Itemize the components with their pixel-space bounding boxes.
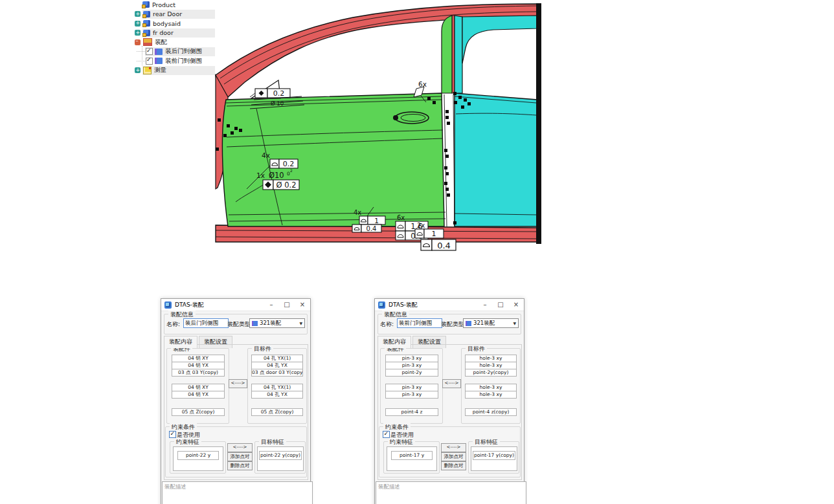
close-button[interactable]: × [295,299,310,311]
name-label: 名称: [380,320,394,329]
list-item[interactable]: pin-3 xy [385,391,438,399]
callout-qty: 1x [256,171,265,179]
list-item[interactable]: point-2y [385,369,438,377]
tree-item-label: 装前门到侧围 [165,57,202,65]
tree-item-label: 测量 [154,66,166,74]
list-item[interactable]: 05 点 Z(copy) [172,408,225,416]
callout-qty: 4x [262,151,270,159]
maximize-button[interactable]: □ [493,299,508,311]
dialog-title: DTAS-装配 [175,301,264,309]
tree-item-rear-door[interactable]: rear Door [133,10,215,19]
tree-item-label: Product [152,1,175,8]
callout-qty: 6x [397,214,405,221]
tree-item-assembly[interactable]: 装配 [133,38,215,47]
constraint-feature-group: 约束特征 point-22 y [170,441,226,474]
tree-item-label: 装配 [155,38,167,47]
expand-icon[interactable] [135,67,141,73]
assembly-content-panel: 装配件 04 销 XY 04 销 YX 03 点 03 Y(copy) 04 销… [164,344,308,480]
list-item[interactable]: 03 点 door 03 Y(copy) [251,369,303,377]
constraint-feature-list[interactable]: point-22 y [173,446,223,471]
assembly-checkbox[interactable] [146,58,153,65]
assembly-name-input[interactable]: 装后门到侧围 [183,318,229,328]
tree-item-measure[interactable]: 测量 [133,66,215,76]
list-item[interactable]: 04 孔 YX [251,391,303,399]
maximize-button[interactable]: □ [279,299,295,311]
tab-assembly-content[interactable]: 装配内容 [164,336,197,348]
assembly-type-select[interactable]: 321装配 ▼ [463,318,519,328]
assembly-icon [143,38,152,46]
assembly-description-input[interactable]: 装配描述 [162,481,313,504]
minimize-button[interactable]: – [264,299,279,311]
callout-top-value: 0.2 [273,89,285,98]
collapse-icon[interactable] [135,39,141,45]
assembly-checkbox[interactable] [146,48,153,55]
minimize-button[interactable]: – [477,299,493,311]
assembly-content-panel: 装配件 pin-3 xy pin-3 xy point-2y pin-3 xy … [378,344,522,480]
list-item[interactable]: 03 点 03 Y(copy) [172,369,225,377]
part-icon [143,30,150,36]
callout-row1: 1 [432,230,436,238]
assembly-type-select[interactable]: 321装配 ▼ [249,318,305,328]
target-feature-list[interactable]: point-17 y(copy) [471,446,517,471]
list-item[interactable]: point-4 z(copy) [465,408,517,416]
assembly-name-input[interactable]: 装前门到侧围 [397,318,442,328]
tree-item-bodysaid[interactable]: bodysaid [133,19,215,28]
list-item[interactable]: point-2y(copy) [465,369,517,377]
constraint-feature-item[interactable]: point-22 y [177,451,219,460]
expand-icon[interactable] [135,11,141,17]
assembly-type-value: 321装配 [260,320,299,327]
close-button[interactable]: × [508,299,524,311]
dialog-titlebar[interactable]: DTAS-装配 – □ × [375,299,524,311]
target-feature-item[interactable]: point-17 y(copy) [473,451,515,460]
constraint-feature-list[interactable]: point-17 y [387,446,437,471]
name-label: 名称: [166,320,180,329]
assembly-info-group: 装配信息 名称: 装后门到侧围 装配类型: 321装配 ▼ [164,314,308,334]
constraint-feature-group: 约束特征 point-17 y [383,441,440,474]
list-item[interactable]: hole-3 xy [465,391,517,399]
callout-row2: 0.4 [366,225,377,232]
callout-qty: 4x [354,209,361,216]
target-feature-item[interactable]: point-22 y(copy) [259,451,302,460]
dialog-title: DTAS-装配 [389,301,477,309]
group-label: 目标件 [466,345,487,353]
callout-value: Ø 0.2 [276,181,297,190]
add-point-pair-button[interactable]: 添加点对 [441,452,466,461]
dialog-assembly-rear-door: DTAS-装配 – □ × 装配信息 名称: 装后门到侧围 装配类型: 321装… [161,298,311,504]
constraint-feature-item[interactable]: point-17 y [391,451,433,460]
part-icon [143,20,150,27]
list-item[interactable]: 05 点 Z(copy) [251,408,303,416]
expand-icon[interactable] [135,21,141,27]
add-point-pair-button[interactable]: 添加点对 [227,452,253,461]
swap-button[interactable]: <----> [442,379,461,388]
tree-item-fr-door[interactable]: fr door [133,28,215,38]
tab-assembly-content[interactable]: 装配内容 [378,336,411,348]
list-item[interactable]: 04 销 YX [172,391,225,399]
3d-viewport[interactable]: 0.2 Ø 10 4x 0.2 1x Ø10 0 2 Ø 0.2 6x 4x 1 [214,3,541,254]
use-constraint-checkbox[interactable] [383,431,390,438]
constraint-swap-button[interactable]: <----> [227,443,253,452]
target-feature-list[interactable]: point-22 y(copy) [257,446,304,471]
tree-item-rear-door-assembly[interactable]: 装后门到侧围 [133,47,215,57]
list-item[interactable]: point-4 z [385,408,438,416]
tree-item-label: 装后门到侧围 [165,47,202,56]
viewport-edge [536,3,541,244]
group-label: 目标件 [252,345,273,353]
constraint-swap-button[interactable]: <----> [441,443,466,452]
assembly-description-input[interactable]: 装配描述 [376,481,526,504]
expand-icon[interactable] [135,30,141,36]
dialog-assembly-front-door: DTAS-装配 – □ × 装配信息 名称: 装前门到侧围 装配类型: 321装… [374,298,524,504]
dialog-titlebar[interactable]: DTAS-装配 – □ × [161,299,310,311]
dtas-app-icon [378,301,385,309]
swap-button[interactable]: <----> [229,379,247,388]
part-icon [143,11,150,17]
target-parts-group: 目标件 hole-3 xy hole-3 xy point-2y(copy) h… [461,348,521,424]
delete-point-pair-button[interactable]: 删除点对 [227,461,253,470]
tree-item-front-door-assembly[interactable]: 装前门到侧围 [133,56,215,66]
delete-point-pair-button[interactable]: 删除点对 [441,461,466,470]
assembly-parts-group: 装配件 pin-3 xy pin-3 xy point-2y pin-3 xy … [380,348,443,424]
tree-item-product[interactable]: Product [133,0,215,10]
use-constraint-checkbox[interactable] [169,431,176,438]
tree-item-label: fr door [153,29,174,36]
callout-row1: 1 [374,217,379,225]
assembly-feature-icon [155,49,163,55]
